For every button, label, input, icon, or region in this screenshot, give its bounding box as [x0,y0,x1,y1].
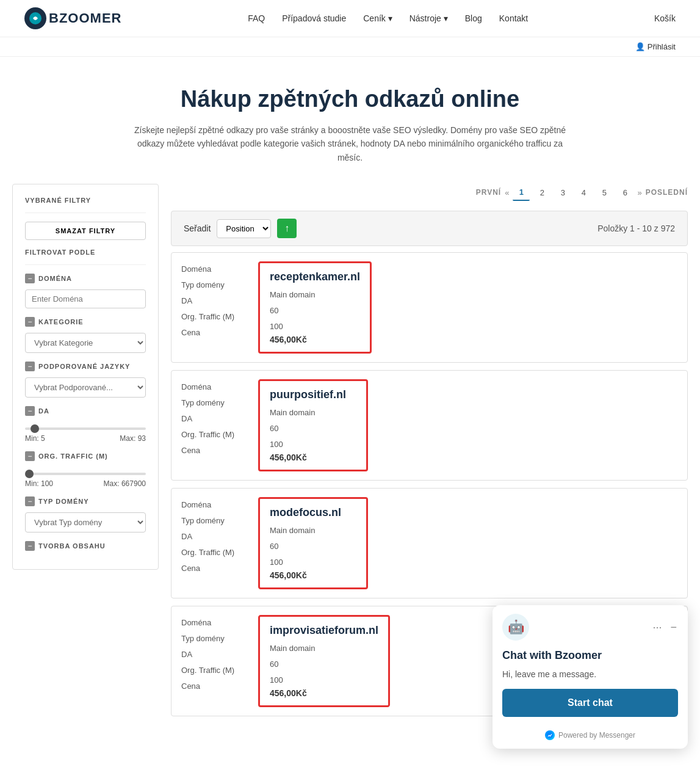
product-type-4: Main domain [270,641,378,656]
pagination-next[interactable]: » [637,188,641,197]
nav-kontakt[interactable]: Kontakt [499,13,528,23]
page-title: Nákup zpětných odkazů online [24,86,676,112]
hero: Nákup zpětných odkazů online Získejte ne… [0,57,700,184]
da-range-container: Min: 5 Max: 93 [25,422,146,443]
label-cena: Cena [181,678,248,694]
jazyky-select[interactable]: Vybrat Podporované... [25,377,146,398]
product-type-3: Main domain [270,523,356,539]
page-1[interactable]: 1 [513,184,530,201]
da-range-min[interactable] [25,427,146,430]
label-cena: Cena [181,443,248,459]
pagination-last[interactable]: POSLEDNÍ [646,188,688,197]
product-da-3: 60 [270,539,356,554]
label-typ-domeny: Typ domény [181,277,248,293]
kategorie-select[interactable]: Vybrat Kategorie [25,333,146,353]
filter-tvorba-toggle[interactable] [25,541,35,551]
label-org-traffic: Org. Traffic (M) [181,427,248,443]
label-da: DA [181,411,248,427]
chat-avatar: 🤖 [502,614,529,641]
filter-domena-section: DOMÉNA [25,274,146,283]
selected-filters-title: VYBRANÉ FILTRY [25,197,146,204]
logo-icon [24,7,46,29]
traffic-range-min[interactable] [25,473,146,475]
product-traffic-2: 100 [270,437,356,453]
filter-kategorie-label: KATEGORIE [38,318,84,325]
label-typ-domeny: Typ domény [181,631,248,647]
nav-cenik[interactable]: Ceník ▾ [363,13,392,23]
product-domain-1: receptenkamer.nl [270,271,360,283]
product-type-2: Main domain [270,405,356,421]
traffic-min-label: Min: 100 [25,479,53,488]
table-row: Doména Typ domény DA Org. Traffic (M) Ce… [171,370,688,481]
label-domena: Doména [181,379,248,395]
product-domain-3: modefocus.nl [270,506,356,519]
chat-more-button[interactable]: ··· [651,620,663,635]
pagination-prev[interactable]: « [505,188,509,197]
product-da-2: 60 [270,421,356,437]
label-typ-domeny: Typ domény [181,395,248,411]
sort-left: Seřadit Position DA Cena Traffic ↑ [184,219,297,238]
page-3[interactable]: 3 [554,184,571,201]
filter-kategorie-section: KATEGORIE [25,317,146,327]
product-price-4: 456,00Kč [270,688,378,698]
nav-faq[interactable]: FAQ [248,13,265,23]
product-card-2[interactable]: puurpositief.nl Main domain 60 100 456,0… [258,379,368,471]
filter-traffic-section: ORG. TRAFFIC (M) [25,451,146,461]
typ-select[interactable]: Vybrat Typ domény [25,512,146,533]
brand-name: BZOOMER [49,10,121,26]
filter-typ-toggle[interactable] [25,496,35,506]
label-da: DA [181,293,248,309]
product-price-1: 456,00Kč [270,335,360,344]
sidebar: VYBRANÉ FILTRY SMAZAT FILTRY FILTROVAT P… [12,184,159,570]
traffic-max-label: Max: 667900 [104,479,146,488]
chat-minimize-button[interactable]: − [669,620,678,635]
product-price-3: 456,00Kč [270,570,356,580]
page-2[interactable]: 2 [533,184,550,201]
login-link[interactable]: 👤 Přihlásit [635,42,676,51]
label-org-traffic: Org. Traffic (M) [181,663,248,678]
product-price-2: 456,00Kč [270,453,356,462]
filter-typ-section: TYP DOMÉNY [25,496,146,506]
filter-kategorie-toggle[interactable] [25,317,35,327]
sort-direction-button[interactable]: ↑ [277,219,297,238]
page-4[interactable]: 4 [575,184,592,201]
label-domena: Doména [181,497,248,513]
label-typ-domeny: Typ domény [181,513,248,529]
clear-filters-button[interactable]: SMAZAT FILTRY [25,222,146,240]
start-chat-button[interactable]: Start chat [502,689,678,717]
nav-pripadova[interactable]: Případová studie [282,13,346,23]
chat-widget: 🤖 ··· − Chat with Bzoomer Hi, leave me a… [493,605,688,748]
filter-jazyky-toggle[interactable] [25,362,35,371]
product-card-4[interactable]: improvisatieforum.nl Main domain 60 100 … [258,615,390,707]
filter-traffic-toggle[interactable] [25,451,35,461]
product-card-3[interactable]: modefocus.nl Main domain 60 100 456,00Kč [258,497,368,589]
logo[interactable]: BZOOMER [24,7,121,29]
da-min-label: Min: 5 [25,434,45,443]
product-card-1[interactable]: receptenkamer.nl Main domain 60 100 456,… [258,261,372,354]
label-da: DA [181,647,248,663]
traffic-range-container: Min: 100 Max: 667900 [25,467,146,488]
card-meta: Doména Typ domény DA Org. Traffic (M) Ce… [181,379,248,459]
card-meta: Doména Typ domény DA Org. Traffic (M) Ce… [181,615,248,694]
card-meta: Doména Typ domény DA Org. Traffic (M) Ce… [181,261,248,341]
filter-traffic-label: ORG. TRAFFIC (M) [38,453,108,460]
chat-footer: Powered by Messenger [493,725,688,748]
page-6[interactable]: 6 [616,184,633,201]
filter-tvorba-section: TVORBA OBSAHU [25,541,146,551]
cart-link[interactable]: Košík [654,13,676,23]
pagination-first[interactable]: PRVNÍ [476,188,501,197]
card-meta: Doména Typ domény DA Org. Traffic (M) Ce… [181,497,248,576]
svg-point-1 [547,732,553,738]
top-bar: 👤 Přihlásit [0,37,700,57]
filter-domena-toggle[interactable] [25,274,35,283]
label-org-traffic: Org. Traffic (M) [181,545,248,561]
nav-blog[interactable]: Blog [465,13,482,23]
product-type-1: Main domain [270,287,360,303]
label-domena: Doména [181,615,248,631]
domena-input[interactable] [25,289,146,308]
filter-da-toggle[interactable] [25,406,35,416]
nav-nastroje[interactable]: Nástroje ▾ [410,13,448,23]
page-5[interactable]: 5 [596,184,613,201]
sort-select[interactable]: Position DA Cena Traffic [217,219,271,238]
product-da-4: 60 [270,656,378,672]
